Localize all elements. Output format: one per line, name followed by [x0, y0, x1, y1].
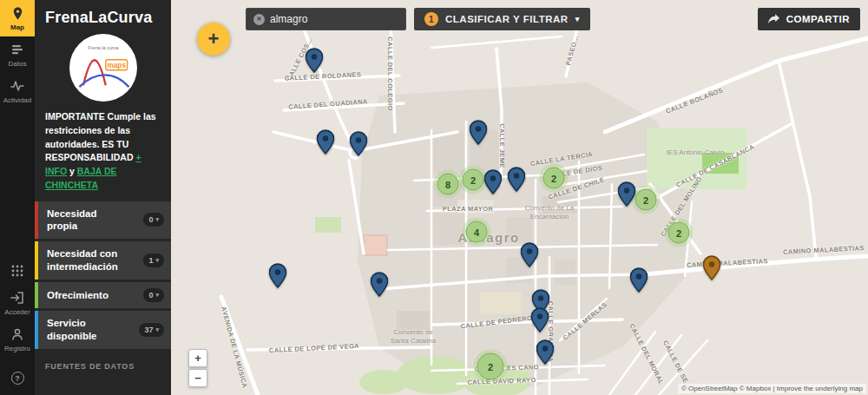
- map-pin[interactable]: [317, 129, 335, 155]
- help-icon: ?: [11, 372, 24, 385]
- add-report-button[interactable]: +: [197, 23, 230, 56]
- rail-item-registro[interactable]: Registro: [0, 321, 35, 358]
- clear-search-icon[interactable]: ✕: [253, 14, 265, 25]
- cluster-marker[interactable]: 8: [437, 174, 459, 195]
- rail-item-label: Map: [0, 23, 35, 31]
- classify-filter-button[interactable]: 1 CLASIFICAR Y FILTRAR ▾: [414, 8, 590, 30]
- notice-conjunction: y: [69, 166, 75, 176]
- rail-item-acceder[interactable]: Acceder: [0, 285, 35, 321]
- rail-item-label: Acceder: [0, 308, 35, 316]
- rail-spacer: [0, 109, 35, 258]
- zoom-in-button[interactable]: +: [188, 349, 207, 367]
- map-pin[interactable]: [521, 242, 539, 267]
- rail-item-datos[interactable]: Datos: [0, 36, 35, 73]
- caret-down-icon: ▾: [155, 257, 159, 264]
- map-pin[interactable]: [269, 263, 287, 288]
- category-label: Servicio disponible: [47, 317, 125, 343]
- activity-pulse-icon: [0, 79, 35, 95]
- category-necesidad-intermediacion[interactable]: Necesidad con intermediación 1▾: [35, 241, 171, 280]
- map-pin[interactable]: [508, 167, 526, 192]
- cluster-marker[interactable]: 2: [668, 222, 690, 244]
- cluster-marker[interactable]: 2: [543, 168, 565, 189]
- map-area: CALLE COS...CALLE DE ROLDANESCALLE DEL G…: [171, 0, 868, 395]
- app-title: FrenaLaCurva: [35, 0, 171, 30]
- category-label: Necesidad propia: [47, 207, 125, 234]
- cluster-marker[interactable]: 2: [477, 353, 504, 380]
- sidebar: FrenaLaCurva Frena la curva maps IMPORTA…: [35, 0, 171, 395]
- rail-item-label: Datos: [0, 60, 35, 68]
- category-servicio-disponible[interactable]: Servicio disponible 37▾: [35, 311, 171, 349]
- category-count-badge[interactable]: 1▾: [143, 253, 164, 267]
- cluster-marker[interactable]: 2: [463, 169, 484, 191]
- map-pin[interactable]: [484, 169, 503, 194]
- map-pin[interactable]: [536, 339, 555, 365]
- icon-rail: Map Datos Actividad Acceder: [0, 0, 35, 395]
- rail-item-apps[interactable]: [0, 258, 35, 285]
- category-count-badge[interactable]: 0▾: [143, 213, 164, 227]
- caret-down-icon: ▾: [155, 292, 159, 299]
- grid-dots-icon: [0, 264, 35, 280]
- category-label: Necesidad con intermediación: [47, 247, 125, 273]
- map-pin[interactable]: [350, 131, 368, 156]
- filter-count-badge: 1: [424, 12, 438, 26]
- data-sources-heading: FUENTES DE DATOS: [35, 352, 171, 381]
- rail-item-actividad[interactable]: Actividad: [0, 73, 35, 109]
- share-label: COMPARTIR: [786, 14, 850, 24]
- category-count-badge[interactable]: 37▾: [139, 323, 164, 337]
- map-pin[interactable]: [470, 120, 488, 145]
- category-count-badge[interactable]: 0▾: [143, 288, 164, 302]
- cluster-marker[interactable]: 2: [635, 189, 657, 211]
- caret-down-icon: ▾: [155, 216, 159, 223]
- rail-item-label: Actividad: [0, 96, 35, 104]
- logo-maps-label: maps: [107, 62, 126, 69]
- category-list: Necesidad propia 0▾ Necesidad con interm…: [35, 201, 171, 350]
- zoom-out-button[interactable]: −: [188, 369, 207, 387]
- rail-item-map[interactable]: Map: [0, 0, 35, 36]
- frenalacurva-logo: Frena la curva maps: [69, 34, 137, 102]
- map-attribution[interactable]: © OpenStreetMap © Mapbox | Improve the u…: [678, 384, 866, 393]
- rail-item-label: Registro: [0, 345, 35, 352]
- caret-down-icon: ▾: [155, 326, 159, 333]
- map-pin[interactable]: [371, 272, 389, 297]
- search-input[interactable]: [270, 13, 404, 25]
- bar-chart-icon: [0, 43, 35, 58]
- category-ofrecimiento[interactable]: Ofrecimiento 0▾: [35, 282, 171, 308]
- search-box: ✕: [246, 8, 406, 30]
- chevron-down-icon: ▾: [575, 15, 580, 23]
- map-pin-orange[interactable]: [703, 255, 721, 280]
- share-icon: [768, 14, 779, 24]
- map-pin[interactable]: [630, 267, 648, 293]
- login-icon: [0, 291, 35, 306]
- map-pin[interactable]: [531, 307, 549, 332]
- map-pin[interactable]: [306, 48, 324, 73]
- category-label: Ofrecimiento: [47, 289, 108, 302]
- logo-small-text: Frena la curva: [88, 45, 119, 50]
- share-button[interactable]: COMPARTIR: [758, 8, 860, 30]
- marker-layer: 8224222: [171, 0, 868, 395]
- filter-label: CLASIFICAR Y FILTRAR: [445, 14, 569, 24]
- rail-item-help[interactable]: ?: [0, 363, 35, 391]
- map-pin[interactable]: [618, 181, 636, 207]
- important-notice: IMPORTANTE Cumple las restricciones de l…: [35, 110, 171, 193]
- map-pin-icon: [0, 6, 35, 22]
- app-window: Map Datos Actividad Acceder: [0, 0, 868, 395]
- category-necesidad-propia[interactable]: Necesidad propia 0▾: [35, 201, 171, 240]
- cluster-marker[interactable]: 4: [466, 221, 488, 243]
- register-user-icon: [0, 327, 35, 343]
- zoom-controls: + −: [188, 349, 207, 387]
